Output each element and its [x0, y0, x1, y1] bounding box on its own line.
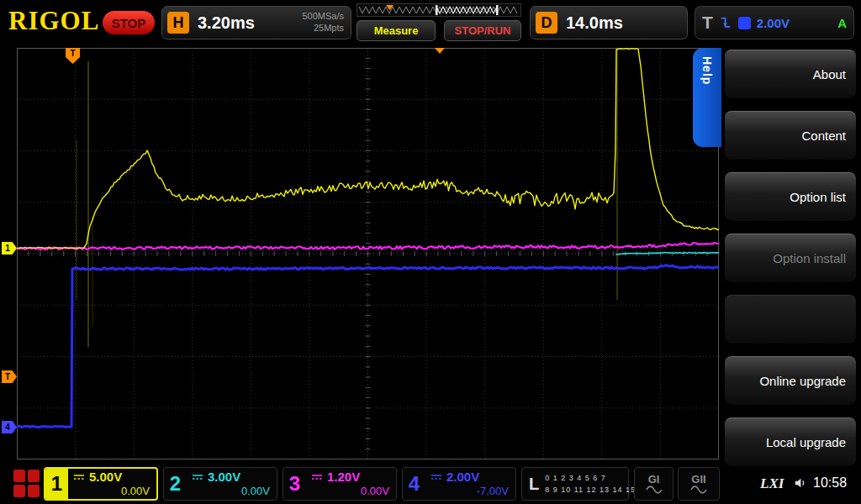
digital-row1: 0 1 2 3 4 5 6 7	[545, 472, 636, 484]
channel-scale: 2.00V	[446, 470, 479, 485]
trigger-slope-icon	[719, 15, 732, 30]
menu-label: Local upgrade	[766, 435, 846, 449]
menu-label: Online upgrade	[759, 374, 846, 388]
channel-2-status[interactable]: 2 3.00V 0.00V	[163, 467, 277, 501]
trigger-mode-flag: A	[837, 16, 847, 30]
menu-label: Content	[801, 129, 846, 143]
channel-info: 2.00V -7.00V	[425, 468, 515, 500]
memory-position-strip[interactable]	[357, 3, 521, 17]
gen1-label: GI	[648, 474, 660, 486]
menu-button-about[interactable]: About	[725, 50, 856, 98]
channel-info: 1.20V 0.00V	[306, 468, 396, 500]
horizontal-h-badge: H	[167, 12, 189, 34]
source2-status[interactable]: GII	[678, 467, 720, 501]
source1-status[interactable]: GI	[634, 467, 673, 501]
stop-run-button[interactable]: STOP/RUN	[444, 20, 521, 41]
delay-value: 14.0ms	[566, 13, 623, 33]
channel-1-ground-marker[interactable]: 1	[2, 242, 17, 255]
memory-waveform-icon	[357, 4, 520, 16]
speaker-icon	[794, 477, 807, 489]
menu-button-local-upgrade[interactable]: Local upgrade	[725, 417, 856, 466]
timebase-value: 3.20ms	[198, 13, 255, 33]
sine-wave-icon	[646, 486, 663, 494]
channel-4-status[interactable]: 4 2.00V -7.00V	[402, 467, 516, 501]
menu-button-content[interactable]: Content	[725, 111, 856, 160]
menu-label: About	[813, 67, 846, 81]
channel-offset: 0.00V	[311, 485, 389, 498]
menu-button-online-upgrade[interactable]: Online upgrade	[725, 356, 856, 405]
measure-button[interactable]: Measure	[357, 20, 436, 41]
menu-button-empty	[725, 295, 856, 344]
channel-info: 5.00V 0.00V	[68, 469, 156, 499]
sample-rate: 500MSa/s	[302, 11, 344, 23]
trigger-group[interactable]: T 2.00V A	[695, 6, 854, 39]
trigger-level-value: 2.00V	[757, 16, 790, 30]
oscilloscope-screen: RIGOL STOP H 3.20ms 500MSa/s 25Mpts Meas…	[0, 0, 861, 504]
digital-channels-status[interactable]: L 0 1 2 3 4 5 6 7 8 9 10 11 12 13 14 15	[521, 467, 629, 501]
memory-depth: 25Mpts	[302, 23, 344, 34]
horizontal-group[interactable]: H 3.20ms 500MSa/s 25Mpts	[161, 6, 351, 39]
channel-number: 2	[164, 468, 187, 500]
rigol-logo: RIGOL	[8, 6, 99, 36]
dc-coupling-icon	[311, 473, 323, 481]
clock: 10:58	[813, 475, 847, 491]
channel-scale: 1.20V	[327, 470, 360, 485]
trigger-level-marker[interactable]: T	[2, 370, 17, 383]
digital-label: L	[529, 475, 539, 494]
delay-group[interactable]: D 14.0ms	[530, 6, 688, 39]
channel-number: 1	[45, 469, 68, 499]
channel-scale: 5.00V	[89, 470, 122, 485]
channel-offset: 0.00V	[73, 485, 150, 498]
channel-4-ground-marker[interactable]: 4	[2, 421, 17, 433]
acquisition-info: 500MSa/s 25Mpts	[302, 11, 344, 34]
trigger-source-chip	[738, 17, 751, 29]
dc-coupling-icon	[73, 473, 85, 481]
trigger-t-label: T	[702, 13, 713, 33]
channel-1-status[interactable]: 1 5.00V 0.00V	[44, 467, 158, 501]
scope-grid-and-traces	[17, 48, 719, 459]
digital-row2: 8 9 10 11 12 13 14 15	[545, 484, 636, 496]
channel-3-status[interactable]: 3 1.20V 0.00V	[283, 467, 397, 501]
channel-scale: 3.00V	[208, 470, 240, 485]
channel-offset: -7.00V	[430, 485, 509, 498]
channel-info: 3.00V 0.00V	[187, 468, 277, 500]
menu-button-option-list[interactable]: Option list	[725, 172, 856, 221]
delay-d-badge: D	[536, 12, 557, 34]
dc-coupling-icon	[192, 473, 203, 481]
menu-button-option-install: Option install	[725, 234, 856, 282]
menu-label: Option list	[790, 190, 846, 204]
channel-number: 3	[283, 468, 306, 500]
gen2-label: GII	[691, 474, 705, 486]
menu-grid-icon[interactable]	[13, 470, 40, 497]
waveform-display	[17, 48, 719, 459]
run-state-badge: STOP	[103, 11, 155, 34]
dc-coupling-icon	[430, 473, 442, 481]
lxi-logo: LXI	[760, 475, 784, 492]
channel-number: 4	[403, 468, 425, 500]
help-menu-tab[interactable]: Help	[693, 48, 721, 147]
sine-wave-icon	[690, 486, 707, 494]
menu-label: Option install	[773, 251, 846, 265]
help-tab-label: Help	[700, 56, 714, 147]
channel-offset: 0.00V	[192, 485, 270, 498]
digital-channel-numbers: 0 1 2 3 4 5 6 7 8 9 10 11 12 13 14 15	[545, 472, 636, 496]
